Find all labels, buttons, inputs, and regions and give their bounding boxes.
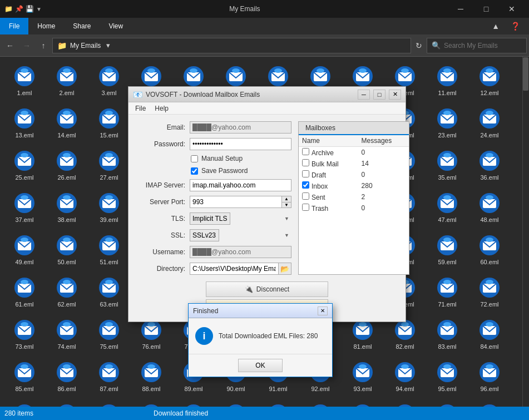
list-item[interactable]: 36.eml	[469, 146, 510, 186]
mailbox-checkbox[interactable]	[302, 204, 309, 211]
list-item[interactable]: 50.eml	[47, 230, 87, 270]
address-box[interactable]: 📁 My Emails ▾	[52, 38, 411, 53]
minimize-button[interactable]: ─	[448, 0, 473, 18]
port-down-button[interactable]: ▼	[282, 202, 291, 208]
refresh-button[interactable]: ↻	[412, 41, 426, 50]
list-item[interactable]: 3.eml	[89, 61, 129, 101]
list-item[interactable]: 85.eml	[4, 357, 45, 397]
list-item[interactable]: 1.eml	[4, 61, 45, 101]
table-row[interactable]: Archive0	[299, 147, 409, 159]
list-item[interactable]: 12.eml	[469, 61, 510, 101]
table-row[interactable]: Inbox280	[299, 180, 409, 191]
imap-input[interactable]	[190, 179, 291, 191]
list-item[interactable]: 49.eml	[4, 230, 45, 270]
port-input[interactable]	[190, 196, 281, 208]
list-item[interactable]: 62.eml	[47, 273, 87, 313]
email-input[interactable]	[190, 121, 291, 134]
list-item[interactable]: 107.eml	[427, 399, 467, 407]
vovsoft-menu-file[interactable]: File	[131, 103, 150, 113]
port-spinbox[interactable]: ▲ ▼	[190, 196, 291, 208]
list-item[interactable]: 35.eml	[427, 146, 467, 186]
list-item[interactable]: 25.eml	[4, 146, 45, 186]
vovsoft-maximize-button[interactable]: □	[373, 90, 385, 100]
list-item[interactable]: 95.eml	[427, 357, 467, 397]
username-input[interactable]	[190, 246, 291, 258]
mailbox-checkbox[interactable]	[302, 148, 309, 155]
list-item[interactable]: 100.eml	[131, 399, 171, 407]
table-row[interactable]: Trash0	[299, 202, 409, 214]
menu-tab-view[interactable]: View	[100, 18, 132, 34]
list-item[interactable]: 104.eml	[300, 399, 340, 407]
list-item[interactable]: 88.eml	[131, 357, 171, 397]
list-item[interactable]: 108.eml	[469, 399, 510, 407]
list-item[interactable]: 13.eml	[4, 103, 45, 144]
list-item[interactable]: 61.eml	[4, 273, 45, 313]
list-item[interactable]: 83.eml	[427, 315, 467, 355]
help-button[interactable]: ❓	[506, 19, 525, 33]
list-item[interactable]: 73.eml	[4, 315, 45, 355]
list-item[interactable]: 75.eml	[89, 315, 129, 355]
back-button[interactable]: ←	[2, 38, 18, 53]
list-item[interactable]: 48.eml	[469, 188, 510, 228]
list-item[interactable]: 11.eml	[427, 61, 467, 101]
finished-close-button[interactable]: ✕	[318, 307, 328, 315]
directory-browse-button[interactable]: 📂	[278, 263, 291, 275]
list-item[interactable]: 96.eml	[469, 357, 510, 397]
table-row[interactable]: Draft0	[299, 169, 409, 180]
list-item[interactable]: 37.eml	[4, 188, 45, 228]
list-item[interactable]: 98.eml	[47, 399, 87, 407]
list-item[interactable]: 84.eml	[469, 315, 510, 355]
list-item[interactable]: 26.eml	[47, 146, 87, 186]
vovsoft-minimize-button[interactable]: ─	[358, 90, 370, 100]
maximize-button[interactable]: □	[473, 0, 499, 18]
directory-input[interactable]	[190, 263, 278, 275]
list-item[interactable]: 39.eml	[89, 188, 129, 228]
collapse-ribbon-button[interactable]: ▲	[487, 19, 504, 33]
list-item[interactable]: 27.eml	[89, 146, 129, 186]
scrollbar-thumb[interactable]	[523, 57, 528, 91]
list-item[interactable]: 102.eml	[216, 399, 256, 407]
tls-select[interactable]: Implicit TLS	[190, 213, 230, 225]
ok-button[interactable]: OK	[238, 359, 283, 372]
list-item[interactable]: 72.eml	[469, 273, 510, 313]
list-item[interactable]: 97.eml	[4, 399, 45, 407]
close-button[interactable]: ✕	[499, 0, 525, 18]
mailbox-checkbox[interactable]	[302, 159, 309, 166]
vovsoft-dialog[interactable]: 📧 VOVSOFT - Download Mailbox Emails ─ □ …	[128, 86, 406, 322]
ssl-select-wrapper[interactable]: SSLv23 ▼	[190, 229, 291, 241]
list-item[interactable]: 106.eml	[385, 399, 425, 407]
mailbox-checkbox[interactable]	[302, 181, 309, 189]
list-item[interactable]: 51.eml	[89, 230, 129, 270]
menu-tab-file[interactable]: File	[0, 18, 28, 34]
list-item[interactable]: 14.eml	[47, 103, 87, 144]
forward-button[interactable]: →	[19, 38, 34, 53]
up-button[interactable]: ↑	[36, 38, 51, 53]
manual-setup-checkbox[interactable]	[191, 155, 198, 162]
search-input[interactable]	[444, 42, 516, 50]
disconnect-button[interactable]: 🔌 Disconnect	[206, 281, 328, 297]
list-item[interactable]: 38.eml	[47, 188, 87, 228]
title-dropdown-arrow[interactable]: ▼	[36, 6, 42, 12]
list-item[interactable]: 105.eml	[343, 399, 383, 407]
tls-select-wrapper[interactable]: Implicit TLS ▼	[190, 213, 291, 225]
list-item[interactable]: 23.eml	[427, 103, 467, 144]
list-item[interactable]: 47.eml	[427, 188, 467, 228]
path-dropdown-button[interactable]: ▾	[104, 41, 112, 50]
list-item[interactable]: 103.eml	[258, 399, 298, 407]
mailbox-checkbox[interactable]	[302, 192, 309, 200]
ssl-select[interactable]: SSLv23	[190, 229, 219, 241]
port-up-button[interactable]: ▲	[282, 196, 291, 202]
list-item[interactable]: 74.eml	[47, 315, 87, 355]
mailbox-checkbox[interactable]	[302, 170, 309, 177]
table-row[interactable]: Sent2	[299, 191, 409, 202]
finished-dialog[interactable]: Finished ✕ i Total Downloaded EML Files:…	[188, 303, 333, 377]
list-item[interactable]: 99.eml	[89, 399, 129, 407]
save-password-checkbox[interactable]	[191, 167, 198, 175]
list-item[interactable]: 59.eml	[427, 230, 467, 270]
list-item[interactable]: 101.eml	[174, 399, 214, 407]
table-row[interactable]: Bulk Mail14	[299, 158, 409, 169]
menu-tab-home[interactable]: Home	[28, 18, 64, 34]
list-item[interactable]: 93.eml	[343, 357, 383, 397]
list-item[interactable]: 71.eml	[427, 273, 467, 313]
list-item[interactable]: 87.eml	[89, 357, 129, 397]
